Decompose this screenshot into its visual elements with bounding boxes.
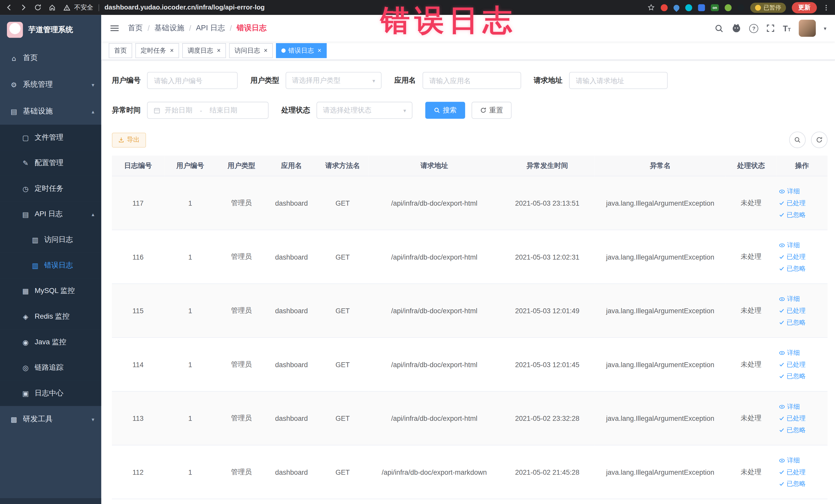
cell-actions: 详细已处理已忽略: [776, 284, 828, 338]
github-icon[interactable]: [732, 23, 741, 33]
reload-button[interactable]: [34, 4, 42, 11]
action-detail-link[interactable]: 详细: [778, 239, 826, 251]
sidebar-item-redis-monitor[interactable]: ◈Redis 监控: [0, 304, 101, 329]
paused-badge[interactable]: 已暂停: [750, 2, 786, 12]
sidebar-item-system-mgmt[interactable]: ⚙系统管理▾: [0, 72, 101, 98]
tab-close-icon[interactable]: ×: [318, 47, 321, 54]
breadcrumb-item-1[interactable]: 基础设施: [155, 23, 184, 33]
sidebar-item-home[interactable]: ⌂首页: [0, 45, 101, 72]
sidebar-item-config-mgmt[interactable]: ✎配置管理: [0, 150, 101, 176]
action-ignored-link[interactable]: 已忽略: [778, 478, 826, 490]
action-processed-link[interactable]: 已处理: [778, 359, 826, 370]
user-id-input[interactable]: [147, 72, 238, 89]
refresh-button[interactable]: [811, 132, 828, 148]
action-detail-link[interactable]: 详细: [778, 185, 826, 197]
tab-label: 首页: [114, 46, 127, 55]
home-button[interactable]: [48, 4, 56, 11]
tab-close-icon[interactable]: ×: [217, 47, 221, 54]
app-name-input[interactable]: [422, 72, 521, 89]
column-header-4: 请求方法名: [317, 156, 369, 176]
tab-home[interactable]: 首页: [108, 43, 132, 58]
export-button[interactable]: 导出: [112, 133, 146, 147]
redis-monitor-icon: ◈: [21, 313, 30, 320]
sidebar-item-trace[interactable]: ◎链路追踪: [0, 355, 101, 381]
tab-close-icon[interactable]: ×: [170, 47, 174, 54]
extension-icon-teal[interactable]: [685, 4, 692, 11]
sidebar-item-access-log[interactable]: ▥访问日志: [0, 227, 101, 253]
action-ignored-link[interactable]: 已忽略: [778, 263, 826, 275]
user-type-select[interactable]: 请选择用户类型 ▾: [286, 72, 382, 89]
extension-icon-blue-drop[interactable]: [672, 3, 680, 12]
tab-label: 访问日志: [235, 46, 260, 55]
request-url-input[interactable]: [569, 72, 667, 89]
action-ignored-link[interactable]: 已忽略: [778, 317, 826, 328]
user-avatar[interactable]: [799, 20, 816, 37]
tab-error-log[interactable]: 错误日志×: [276, 43, 326, 58]
sidebar-item-infrastructure[interactable]: ▤基础设施▴: [0, 98, 101, 125]
sidebar-item-mysql-monitor[interactable]: ▦MySQL 监控: [0, 278, 101, 304]
search-toggle-button[interactable]: [789, 132, 806, 148]
action-detail-link[interactable]: 详细: [778, 293, 826, 305]
chevron-down-icon: ▾: [91, 417, 94, 422]
tags-view: 首页定时任务×调度日志×访问日志×错误日志×: [101, 42, 835, 60]
cell-actions: 详细已处理已忽略: [776, 176, 828, 230]
help-icon[interactable]: ?: [749, 24, 758, 33]
exception-time-range-picker[interactable]: 开始日期 - 结束日期: [147, 102, 268, 119]
bookmark-star-icon[interactable]: [647, 4, 655, 11]
sidebar-item-label: API 日志: [35, 209, 63, 219]
action-detail-link[interactable]: 详细: [778, 401, 826, 412]
extension-icon-paw[interactable]: [737, 4, 745, 11]
tab-scheduled-tasks[interactable]: 定时任务×: [135, 43, 179, 58]
app-logo-area[interactable]: 芋道管理系统: [0, 15, 101, 45]
tab-access-log[interactable]: 访问日志×: [229, 43, 273, 58]
tab-close-icon[interactable]: ×: [264, 47, 268, 54]
hamburger-icon[interactable]: [110, 23, 119, 33]
java-monitor-icon: ◉: [21, 338, 30, 346]
action-detail-link[interactable]: 详细: [778, 455, 826, 466]
action-processed-link[interactable]: 已处理: [778, 305, 826, 317]
font-size-icon[interactable]: TT: [783, 24, 791, 32]
cell-method: GET: [317, 284, 369, 338]
action-ignored-link[interactable]: 已忽略: [778, 209, 826, 221]
sidebar-item-log-center[interactable]: ▣日志中心: [0, 381, 101, 406]
action-processed-link[interactable]: 已处理: [778, 197, 826, 209]
table-row-117: 1171管理员dashboardGET/api/infra/db-doc/exp…: [112, 176, 828, 230]
action-processed-link[interactable]: 已处理: [778, 466, 826, 478]
address-bar[interactable]: 不安全 dashboard.yudao.iocoder.cn/infra/log…: [61, 3, 642, 12]
action-ignored-link[interactable]: 已忽略: [778, 370, 826, 382]
extension-icon-grid[interactable]: [698, 4, 705, 11]
sidebar-item-java-monitor[interactable]: ◉Java 监控: [0, 329, 101, 355]
action-ignored-link[interactable]: 已忽略: [778, 424, 826, 436]
forward-button[interactable]: [20, 4, 27, 11]
back-button[interactable]: [5, 4, 13, 11]
process-status-select[interactable]: 请选择处理状态 ▾: [317, 102, 412, 119]
extension-icon-green[interactable]: [725, 4, 732, 11]
sidebar-item-label: 链路追踪: [35, 363, 63, 372]
breadcrumb-item-0[interactable]: 首页: [128, 23, 143, 33]
cell-exception: java.lang.IllegalArgumentException: [595, 230, 726, 284]
filter-label: 用户编号: [112, 76, 141, 85]
sidebar-item-error-log[interactable]: ▥错误日志: [0, 253, 101, 278]
reset-button[interactable]: 重置: [471, 102, 512, 119]
sidebar-item-dev-tools[interactable]: ▩研发工具▾: [0, 406, 101, 432]
search-icon[interactable]: [715, 24, 724, 33]
action-detail-link[interactable]: 详细: [778, 347, 826, 359]
cell-exception: java.lang.IllegalArgumentException: [595, 338, 726, 391]
breadcrumb-item-2[interactable]: API 日志: [196, 23, 225, 33]
action-processed-link[interactable]: 已处理: [778, 251, 826, 263]
fullscreen-icon[interactable]: [767, 24, 775, 32]
column-header-9: 操作: [776, 156, 828, 176]
update-button[interactable]: 更新: [792, 2, 817, 13]
browser-menu-button[interactable]: [823, 4, 830, 11]
sidebar-item-api-logs[interactable]: ▤API 日志▴: [0, 201, 101, 227]
extension-icon-on-badge[interactable]: on: [711, 4, 719, 11]
extension-icon-red[interactable]: [661, 4, 668, 11]
chevron-down-icon[interactable]: ▾: [824, 25, 826, 31]
tab-scheduler-log[interactable]: 调度日志×: [182, 43, 226, 58]
access-log-icon: ▥: [31, 236, 39, 244]
sidebar-collapse-bar[interactable]: [0, 498, 101, 504]
sidebar-item-scheduled-tasks[interactable]: ◷定时任务: [0, 176, 101, 202]
sidebar-item-file-mgmt[interactable]: ▢文件管理: [0, 125, 101, 150]
action-processed-link[interactable]: 已处理: [778, 412, 826, 424]
search-button[interactable]: 搜索: [425, 102, 465, 119]
